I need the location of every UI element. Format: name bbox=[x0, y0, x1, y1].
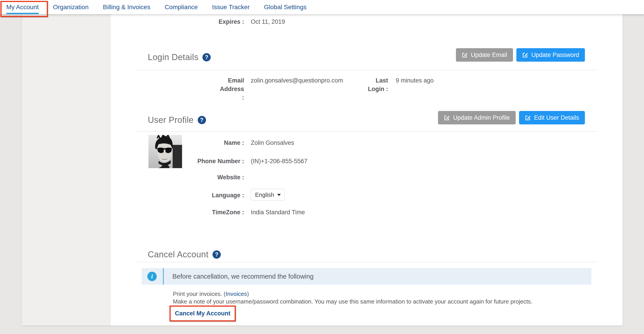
tab-issue-tracker[interactable]: Issue Tracker bbox=[212, 0, 250, 14]
tab-global-settings[interactable]: Global Settings bbox=[264, 0, 306, 14]
phone-number-label: Phone Number : bbox=[137, 157, 244, 165]
tab-billing-invoices[interactable]: Billing & Invoices bbox=[103, 0, 150, 14]
edit-icon bbox=[462, 52, 468, 58]
cancel-account-title: Cancel Account bbox=[148, 250, 208, 259]
user-profile-header: User Profile ? bbox=[148, 113, 206, 127]
tab-organization[interactable]: Organization bbox=[53, 0, 89, 14]
print-invoices-text: Print your invoices. ( bbox=[173, 290, 226, 297]
timezone-value: India Standard Time bbox=[251, 208, 305, 217]
phone-number-value: (IN)+1-206-855-5567 bbox=[251, 157, 308, 165]
print-invoices-text-suffix: ) bbox=[247, 290, 249, 297]
name-label: Name : bbox=[137, 139, 244, 147]
timezone-label: TimeZone : bbox=[137, 208, 244, 217]
tab-my-account[interactable]: My Account bbox=[6, 0, 39, 14]
website-label: Website : bbox=[137, 173, 244, 182]
cancel-account-header: Cancel Account ? bbox=[148, 248, 221, 261]
cancel-my-account-link[interactable]: Cancel My Account bbox=[175, 310, 230, 317]
update-password-button[interactable]: Update Password bbox=[516, 48, 585, 62]
help-icon[interactable]: ? bbox=[198, 116, 206, 124]
cancellation-info-banner: i Before cancellation, we recommend the … bbox=[142, 268, 592, 285]
info-icon: i bbox=[147, 272, 157, 281]
edit-icon bbox=[525, 115, 531, 121]
help-icon[interactable]: ? bbox=[212, 250, 221, 259]
expires-value: Oct 11, 2019 bbox=[251, 18, 285, 26]
language-dropdown[interactable]: English bbox=[251, 189, 284, 201]
login-details-actions: Update Email Update Password bbox=[456, 48, 585, 62]
last-login-value: 9 minutes ago bbox=[396, 76, 434, 85]
edit-icon bbox=[522, 52, 528, 58]
update-admin-profile-label: Update Admin Profile bbox=[453, 114, 510, 121]
user-profile-title: User Profile bbox=[148, 115, 194, 125]
left-sidebar-panel bbox=[22, 14, 111, 325]
banner-text: Before cancellation, we recommend the fo… bbox=[172, 273, 314, 280]
last-login-label: Last Login : bbox=[367, 76, 388, 93]
user-profile-actions: Update Admin Profile Edit User Details bbox=[438, 111, 585, 124]
section-divider bbox=[137, 70, 596, 70]
expires-label: Expires : bbox=[137, 18, 244, 26]
email-address-label: Email Address : bbox=[217, 76, 244, 102]
tab-compliance[interactable]: Compliance bbox=[164, 0, 198, 14]
section-divider bbox=[137, 131, 596, 132]
red-highlight-cancel-account: Cancel My Account bbox=[170, 305, 236, 321]
top-navigation: My Account Organization Billing & Invoic… bbox=[0, 0, 644, 14]
name-value: Zolin Gonsalves bbox=[251, 139, 294, 147]
username-password-note: Make a note of your username/password co… bbox=[173, 298, 532, 305]
edit-user-details-button[interactable]: Edit User Details bbox=[519, 111, 585, 124]
section-divider bbox=[137, 262, 596, 262]
update-admin-profile-button[interactable]: Update Admin Profile bbox=[438, 111, 516, 124]
edit-icon bbox=[444, 115, 450, 121]
update-email-label: Update Email bbox=[471, 52, 507, 59]
language-label: Language : bbox=[137, 191, 244, 199]
language-selected-value: English bbox=[255, 191, 274, 198]
login-details-header: Login Details ? bbox=[148, 51, 211, 64]
login-details-title: Login Details bbox=[148, 53, 198, 62]
update-password-label: Update Password bbox=[531, 52, 579, 59]
update-email-button[interactable]: Update Email bbox=[456, 48, 513, 62]
invoices-link[interactable]: Invoices bbox=[226, 290, 247, 297]
email-address-value: zolin.gonsalves@questionpro.com bbox=[251, 76, 343, 85]
help-icon[interactable]: ? bbox=[202, 53, 211, 61]
print-invoices-line: Print your invoices. (Invoices) bbox=[173, 290, 249, 297]
banner-divider-line bbox=[163, 268, 164, 285]
edit-user-details-label: Edit User Details bbox=[534, 114, 579, 121]
content-card: Expires : Oct 11, 2019 Login Details ? U… bbox=[22, 14, 622, 325]
chevron-down-icon bbox=[277, 194, 281, 196]
